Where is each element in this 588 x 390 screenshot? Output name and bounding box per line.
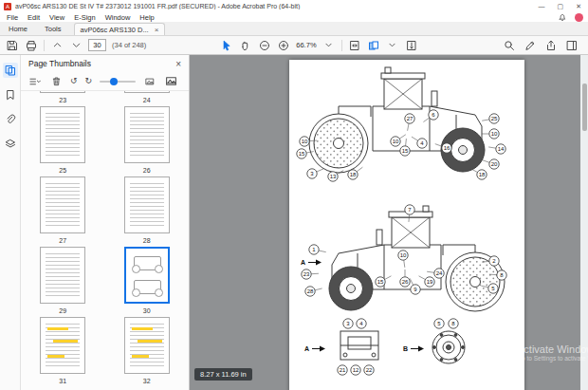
rotate-right-icon[interactable]: ↻ — [85, 77, 93, 85]
page-display-caret-icon[interactable] — [386, 39, 399, 52]
trash-icon[interactable] — [49, 75, 63, 88]
minimize-button[interactable]: — — [539, 3, 545, 10]
page-number-input[interactable] — [88, 39, 106, 51]
panel-close-icon[interactable]: × — [175, 59, 181, 69]
large-thumbnails-icon[interactable] — [164, 75, 177, 88]
page-thumbnail[interactable] — [124, 106, 170, 163]
page-thumbnail[interactable] — [124, 176, 170, 233]
svg-text:20: 20 — [491, 161, 498, 167]
thumbnail-row: 2526 — [21, 106, 189, 176]
thumbnail-page-number[interactable]: 26 — [143, 163, 151, 176]
scroll-mode-button[interactable] — [405, 39, 418, 52]
thumbnail-page-number[interactable]: 32 — [143, 374, 151, 387]
toolbar-divider — [44, 40, 45, 51]
thumbnail-page-number[interactable]: 25 — [59, 163, 66, 176]
thumbnail-page-number[interactable]: 27 — [59, 233, 66, 247]
menu-item-window[interactable]: Window — [101, 13, 136, 22]
menu-item-help[interactable]: Help — [135, 13, 158, 22]
svg-text:16: 16 — [444, 145, 450, 151]
small-thumbnails-icon[interactable] — [143, 75, 156, 88]
page-thumbnail[interactable] — [40, 91, 85, 93]
menu-bar: File Edit View E-Sign Window Help — [0, 12, 588, 23]
thumbnail-options-menu-icon[interactable] — [28, 75, 42, 88]
menu-item-edit[interactable]: Edit — [23, 13, 45, 22]
save-button[interactable] — [6, 39, 19, 52]
user-avatar[interactable] — [575, 13, 583, 22]
page-thumbnail[interactable] — [124, 91, 170, 93]
machine-bottom-drawing — [329, 206, 505, 311]
page-thumbnail[interactable] — [124, 317, 170, 374]
document-page[interactable]: 2710154166251014201810153131817232810152… — [289, 60, 524, 390]
svg-text:18: 18 — [350, 172, 357, 177]
thumbnail-size-slider[interactable] — [100, 81, 136, 83]
svg-text:15: 15 — [299, 151, 305, 157]
page-display-button[interactable] — [367, 39, 380, 52]
main-toolbar: (34 of 248) 66.7% — [0, 36, 588, 55]
svg-text:14: 14 — [498, 146, 505, 152]
slider-handle[interactable] — [110, 78, 118, 85]
zoom-level-dropdown[interactable]: 66.7% — [296, 41, 316, 49]
previous-page-button[interactable] — [50, 39, 64, 52]
document-area[interactable]: 2710154166251014201810153131817232810152… — [190, 55, 588, 390]
tab-document[interactable]: avP06sc ARS130 D... × — [74, 23, 166, 35]
menu-item-esign[interactable]: E-Sign — [69, 13, 101, 22]
title-bar: A avP06sc ARS130 DE St IV T# 2373012 191… — [0, 0, 588, 12]
window-title: avP06sc ARS130 DE St IV T# 2373012 19100… — [15, 3, 535, 9]
svg-text:12: 12 — [353, 367, 359, 373]
svg-text:A: A — [304, 345, 309, 352]
attachments-panel-icon[interactable] — [3, 112, 18, 127]
thumbnail-page-number[interactable]: 30 — [143, 304, 151, 317]
page-thumbnail[interactable] — [124, 247, 170, 304]
notifications-bell-icon[interactable] — [556, 10, 569, 24]
thumbnails-toolbar: ↺ ↻ — [21, 72, 189, 91]
thumbnail-grid[interactable]: 23242526272829303132 — [21, 91, 189, 390]
svg-text:18: 18 — [479, 172, 486, 177]
maximize-button[interactable]: ▢ — [558, 3, 564, 10]
sign-pen-icon[interactable] — [524, 39, 537, 52]
menu-item-file[interactable]: File — [2, 13, 23, 22]
document-scrollbar[interactable] — [580, 55, 588, 390]
tab-home[interactable]: Home — [0, 23, 36, 35]
thumbnail-row: 2728 — [21, 176, 189, 247]
search-icon[interactable] — [503, 39, 516, 52]
thumbnail-page-number[interactable]: 24 — [143, 93, 151, 106]
tab-close-icon[interactable]: × — [155, 26, 159, 34]
zoom-in-button[interactable] — [277, 39, 290, 52]
print-button[interactable] — [25, 39, 38, 52]
svg-text:10: 10 — [302, 139, 308, 144]
page-count-label: (34 of 248) — [112, 41, 146, 49]
page-thumbnail[interactable] — [40, 106, 85, 163]
thumbnail-page-number[interactable]: 29 — [59, 304, 66, 317]
page-thumbnails-panel: Page Thumbnails × ↺ ↻ 232425262728293031… — [21, 55, 190, 390]
next-page-button[interactable] — [69, 39, 83, 52]
tab-document-label: avP06sc ARS130 D... — [81, 26, 149, 34]
svg-text:25: 25 — [491, 116, 498, 121]
thumbnail-page-number[interactable]: 28 — [143, 233, 151, 247]
page-thumbnail[interactable] — [40, 247, 85, 304]
rotate-left-icon[interactable]: ↺ — [70, 77, 78, 85]
fit-width-button[interactable] — [348, 39, 361, 52]
select-tool-button[interactable] — [220, 39, 233, 52]
layers-panel-icon[interactable] — [3, 137, 18, 152]
page-thumbnail[interactable] — [40, 176, 85, 233]
page-thumbnail[interactable] — [40, 317, 85, 374]
zoom-caret-icon[interactable] — [322, 39, 336, 52]
svg-text:B: B — [403, 345, 408, 352]
svg-text:23: 23 — [303, 271, 310, 277]
svg-text:A: A — [301, 259, 305, 266]
scrollbar-thumb[interactable] — [582, 84, 587, 131]
bookmarks-panel-icon[interactable] — [3, 87, 18, 102]
zoom-out-button[interactable] — [258, 39, 271, 52]
share-icon[interactable] — [544, 39, 558, 52]
page-thumbnails-panel-icon[interactable] — [3, 63, 18, 78]
tab-tools[interactable]: Tools — [36, 23, 70, 35]
svg-text:22: 22 — [366, 367, 373, 373]
hand-tool-button[interactable] — [239, 39, 252, 52]
left-panel-strip — [0, 55, 21, 390]
menu-item-view[interactable]: View — [45, 13, 69, 22]
thumbnail-page-number[interactable]: 23 — [59, 93, 66, 106]
more-tools-icon[interactable] — [565, 39, 579, 52]
acrobat-window: A avP06sc ARS130 DE St IV T# 2373012 191… — [0, 0, 588, 390]
thumbnail-page-number[interactable]: 31 — [59, 374, 66, 387]
close-button[interactable]: ✕ — [576, 3, 581, 10]
